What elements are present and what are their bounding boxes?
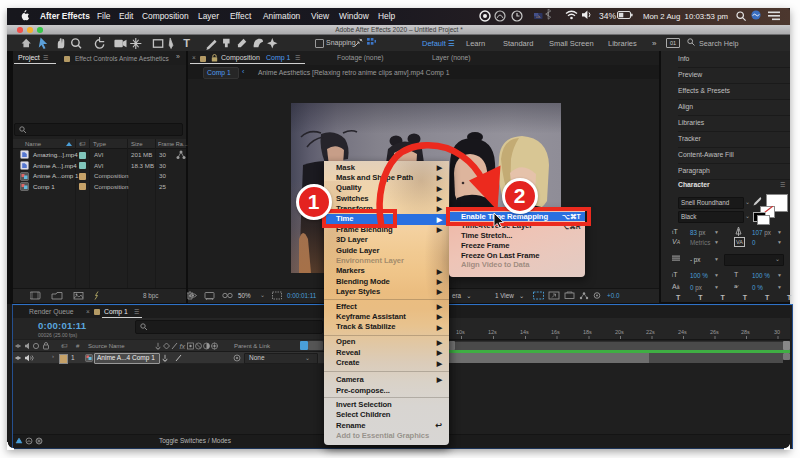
- svg-text:fx: fx: [180, 342, 186, 349]
- svg-text:T: T: [183, 37, 190, 49]
